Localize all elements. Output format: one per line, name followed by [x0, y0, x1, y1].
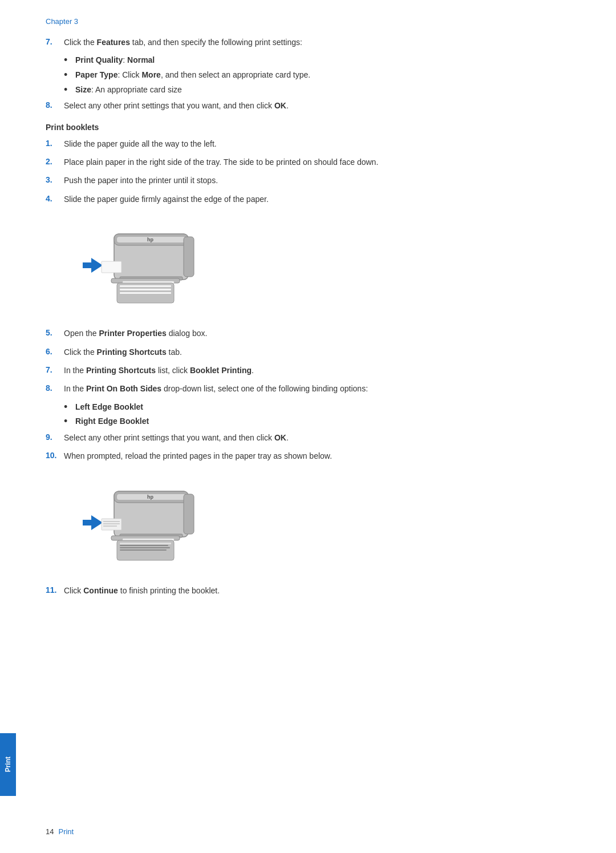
step-10: 10. When prompted, reload the printed pa… — [46, 450, 570, 462]
step-7b-text: In the Printing Shortcuts list, click Bo… — [64, 364, 570, 377]
chapter-label: Chapter 3 — [46, 17, 570, 26]
bullet-size: • Size: An appropriate card size — [64, 84, 570, 96]
bullet-right-edge: • Right Edge Booklet — [64, 415, 570, 428]
booklet-step-2-text: Place plain paper in the right side of t… — [64, 156, 570, 168]
bullet-left-edge: • Left Edge Booklet — [64, 401, 570, 414]
page: Chapter 3 7. Click the Features tab, and… — [0, 0, 616, 853]
booklet-step-1: 1. Slide the paper guide all the way to … — [46, 138, 570, 150]
bullet-dot-1: • — [64, 54, 75, 67]
step-6-text: Click the Printing Shortcuts tab. — [64, 346, 570, 358]
printer-image-1: hp — [80, 217, 570, 316]
booklet-step-4-text: Slide the paper guide firmly against the… — [64, 193, 570, 205]
step-5: 5. Open the Printer Properties dialog bo… — [46, 327, 570, 339]
svg-rect-7 — [184, 237, 194, 277]
svg-rect-10 — [120, 289, 171, 290]
bullet-print-quality-text: Print Quality: Normal — [75, 54, 155, 67]
svg-marker-27 — [83, 515, 103, 530]
step-7b: 7. In the Printing Shortcuts list, click… — [46, 364, 570, 377]
printer-image-2: hp — [80, 474, 570, 573]
booklet-step-3-text: Push the paper into the printer until it… — [64, 174, 570, 187]
booklet-step-3: 3. Push the paper into the printer until… — [46, 174, 570, 187]
bullet-size-text: Size: An appropriate card size — [75, 84, 182, 96]
step-11-text: Click Continue to finish printing the bo… — [64, 584, 570, 597]
step-11: 11. Click Continue to finish printing th… — [46, 584, 570, 597]
step-7-text: Click the Features tab, and then specify… — [64, 36, 570, 48]
svg-rect-23 — [120, 543, 171, 544]
booklet-step-2: 2. Place plain paper in the right side o… — [46, 156, 570, 168]
bullet-print-quality: • Print Quality: Normal — [64, 54, 570, 67]
bullet-dot-3: • — [64, 84, 75, 96]
step-7: 7. Click the Features tab, and then spec… — [46, 36, 570, 48]
step-11-number: 11. — [46, 584, 64, 597]
step-8b-bullets: • Left Edge Booklet • Right Edge Booklet — [64, 401, 570, 428]
svg-rect-28 — [102, 519, 121, 530]
svg-rect-9 — [120, 285, 171, 287]
step-9: 9. Select any other print settings that … — [46, 431, 570, 444]
svg-text:hp: hp — [147, 237, 153, 242]
step-7-bullets: • Print Quality: Normal • Paper Type: Cl… — [64, 54, 570, 96]
bullet-paper-type: • Paper Type: Click More, and then selec… — [64, 69, 570, 82]
svg-rect-21 — [184, 494, 194, 534]
booklet-step-4: 4. Slide the paper guide firmly against … — [46, 193, 570, 205]
page-number: 14 — [46, 827, 54, 836]
bullet-paper-type-text: Paper Type: Click More, and then select … — [75, 69, 310, 82]
svg-rect-11 — [120, 292, 171, 294]
step-10-number: 10. — [46, 450, 64, 462]
print-booklets-heading: Print booklets — [46, 123, 570, 132]
step-8-number: 8. — [46, 99, 64, 112]
step-5-text: Open the Printer Properties dialog box. — [64, 327, 570, 339]
svg-marker-12 — [83, 258, 103, 273]
svg-rect-24 — [120, 545, 168, 546]
svg-rect-25 — [120, 547, 170, 548]
side-tab-text: Print — [4, 757, 12, 772]
booklet-step-2-number: 2. — [46, 156, 64, 168]
step-9-number: 9. — [46, 431, 64, 444]
side-tab: Print — [0, 733, 16, 796]
booklet-step-3-number: 3. — [46, 174, 64, 187]
svg-text:hp: hp — [147, 494, 153, 500]
step-8b-text: In the Print On Both Sides drop-down lis… — [64, 382, 570, 395]
bullet-left-edge-text: Left Edge Booklet — [75, 401, 143, 414]
bullet-dot-2: • — [64, 69, 75, 82]
bullet-dot-4: • — [64, 401, 75, 414]
step-8-text: Select any other print settings that you… — [64, 99, 570, 112]
step-6: 6. Click the Printing Shortcuts tab. — [46, 346, 570, 358]
step-8: 8. Select any other print settings that … — [46, 99, 570, 112]
step-5-number: 5. — [46, 327, 64, 339]
step-7b-number: 7. — [46, 364, 64, 377]
bullet-right-edge-text: Right Edge Booklet — [75, 415, 149, 428]
step-6-number: 6. — [46, 346, 64, 358]
step-8b-number: 8. — [46, 382, 64, 395]
page-number-area: 14 Print — [46, 827, 74, 836]
booklet-step-1-text: Slide the paper guide all the way to the… — [64, 138, 570, 150]
footer-page-label: Print — [58, 827, 74, 836]
step-7-number: 7. — [46, 36, 64, 48]
printer-illustration-2: hp — [80, 474, 205, 571]
bullet-dot-5: • — [64, 415, 75, 428]
step-9-text: Select any other print settings that you… — [64, 431, 570, 444]
svg-rect-13 — [102, 261, 121, 273]
booklet-step-1-number: 1. — [46, 138, 64, 150]
svg-rect-26 — [120, 549, 167, 551]
step-10-text: When prompted, reload the printed pages … — [64, 450, 570, 462]
booklet-step-4-number: 4. — [46, 193, 64, 205]
step-8b: 8. In the Print On Both Sides drop-down … — [46, 382, 570, 395]
printer-illustration-1: hp — [80, 217, 205, 314]
